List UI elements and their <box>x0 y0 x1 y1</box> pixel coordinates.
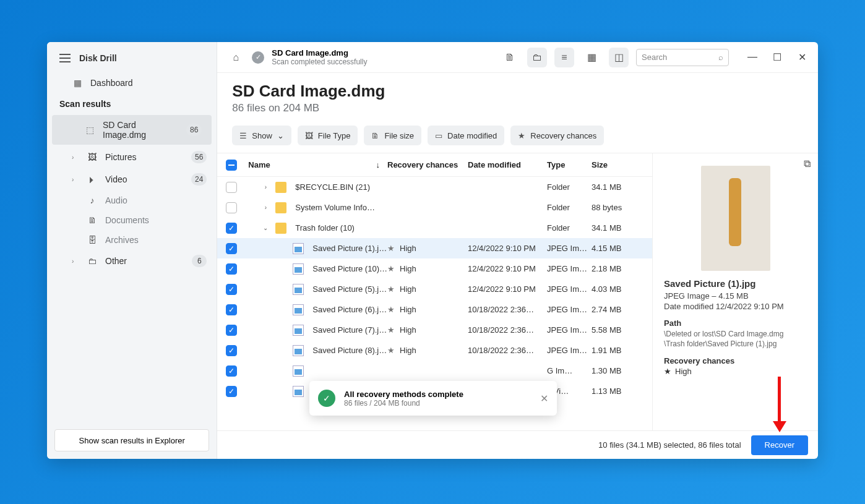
expander-icon[interactable]: › <box>260 204 270 211</box>
star-icon: ★ <box>664 367 671 376</box>
date-value: 10/18/2022 2:36… <box>468 346 547 355</box>
archive-icon: 🗄 <box>87 235 98 245</box>
page-subtitle: 86 files on 204 MB <box>232 102 803 114</box>
row-checkbox[interactable]: ✓ <box>226 345 237 356</box>
sidebar-header: Disk Drill <box>47 42 217 73</box>
sliders-icon: ☰ <box>239 131 247 140</box>
filter-show[interactable]: ☰Show⌄ <box>232 126 291 145</box>
column-name[interactable]: Name↓ <box>246 160 387 169</box>
toast-close-icon[interactable]: ✕ <box>540 393 548 404</box>
table-row[interactable]: ›$RECYCLE.BIN (21)Folder34.1 MB <box>217 177 652 197</box>
column-date[interactable]: Date modified <box>468 160 547 169</box>
document-icon: 🗎 <box>371 131 379 140</box>
sidebar-dashboard[interactable]: ▦ Dashboard <box>47 73 217 93</box>
expander-icon[interactable]: › <box>260 184 270 190</box>
sidebar-item-video[interactable]: ›⏵Video24 <box>47 168 217 190</box>
toast-notification: ✓ All recovery methods complete 86 files… <box>309 381 557 416</box>
grid-icon: ▦ <box>72 78 83 88</box>
recovery-value: High <box>400 346 416 355</box>
list-view-icon[interactable]: ≡ <box>554 48 574 67</box>
preview-pane: ⧉ Saved Picture (1).jpg JPEG Image – 4.1… <box>652 153 818 430</box>
topbar-title: SD Card Image.dmg <box>272 48 367 58</box>
close-button[interactable]: ✕ <box>796 51 808 63</box>
filter-file-size[interactable]: 🗎File size <box>364 126 421 145</box>
grid-view-icon[interactable]: ▦ <box>582 48 601 67</box>
table-row[interactable]: ✓Saved Picture (1).j…★High12/4/2022 9:10… <box>217 238 652 258</box>
type-value: JPEG Im… <box>547 325 592 335</box>
size-value: 88 bytes <box>592 203 647 212</box>
image-file-icon <box>293 345 304 356</box>
other-icon: 🗀 <box>87 256 98 266</box>
file-name: $RECYCLE.BIN (21) <box>295 182 370 192</box>
filter-bar: ☰Show⌄ 🖼File Type 🗎File size ▭Date modif… <box>217 118 818 153</box>
date-value: 12/4/2022 9:10 PM <box>468 244 547 253</box>
table-row[interactable]: ›System Volume Info…Folder88 bytes <box>217 197 652 218</box>
filter-date-modified[interactable]: ▭Date modified <box>428 126 504 145</box>
chevron-icon: › <box>72 176 79 183</box>
size-value: 4.15 MB <box>592 244 647 253</box>
folder-icon <box>275 202 286 213</box>
sidebar-item-label: Other <box>105 256 184 266</box>
table-row[interactable]: ✓Saved Picture (8).j…★High10/18/2022 2:3… <box>217 340 652 361</box>
table-row[interactable]: ✓Saved Picture (6).j…★High10/18/2022 2:3… <box>217 299 652 320</box>
column-size[interactable]: Size <box>592 160 647 169</box>
preview-rc-value: High <box>675 367 692 376</box>
row-checkbox[interactable]: ✓ <box>226 243 237 254</box>
panel-toggle-icon[interactable]: ◫ <box>609 48 629 67</box>
sidebar-item-other[interactable]: ›🗀Other6 <box>47 250 217 272</box>
row-checkbox[interactable]: ✓ <box>226 223 237 234</box>
sidebar-item-archives[interactable]: 🗄Archives <box>47 230 217 250</box>
row-checkbox[interactable]: ✓ <box>226 325 237 336</box>
table-row[interactable]: ✓Saved Picture (5).j…★High12/4/2022 9:10… <box>217 279 652 299</box>
column-recovery[interactable]: Recovery chances <box>387 160 468 169</box>
table-row[interactable]: ✓Saved Picture (10)…★High12/4/2022 9:10 … <box>217 258 652 279</box>
table-row[interactable]: ✓G Im…1.30 MB <box>217 361 652 381</box>
menu-icon[interactable] <box>59 54 71 62</box>
show-in-explorer-button[interactable]: Show scan results in Explorer <box>54 429 209 451</box>
sidebar-item-pictures[interactable]: ›🖼Pictures56 <box>47 146 217 168</box>
star-icon: ★ <box>387 325 395 335</box>
row-checkbox[interactable]: ✓ <box>226 365 237 377</box>
size-value: 1.13 MB <box>592 387 647 396</box>
row-checkbox[interactable] <box>226 202 237 213</box>
star-icon: ★ <box>387 264 395 273</box>
recovery-value: High <box>400 264 416 273</box>
type-value: Folder <box>547 203 592 212</box>
success-check-icon: ✓ <box>318 390 335 407</box>
star-icon: ★ <box>387 346 395 355</box>
preview-rc-label: Recovery chances <box>664 356 807 365</box>
maximize-button[interactable]: ☐ <box>771 51 783 63</box>
file-name: Saved Picture (1).j… <box>312 244 387 253</box>
image-file-icon <box>293 365 304 377</box>
minimize-button[interactable]: ― <box>746 51 759 63</box>
size-value: 34.1 MB <box>592 223 647 233</box>
row-checkbox[interactable]: ✓ <box>226 284 237 295</box>
filter-file-type[interactable]: 🖼File Type <box>298 126 358 145</box>
sidebar-item-documents[interactable]: 🗎Documents <box>47 210 217 230</box>
row-checkbox[interactable] <box>226 182 237 193</box>
folder-icon[interactable]: 🗀 <box>527 48 547 67</box>
recover-button[interactable]: Recover <box>751 435 808 455</box>
row-checkbox[interactable]: ✓ <box>226 304 237 315</box>
search-input[interactable]: Search ⌕ <box>636 49 729 66</box>
folder-icon <box>275 182 286 193</box>
popout-icon[interactable]: ⧉ <box>804 158 811 169</box>
selection-status: 10 files (34.1 MB) selected, 86 files to… <box>598 440 741 450</box>
calendar-icon: ▭ <box>435 131 442 140</box>
filter-recovery-chances[interactable]: ★Recovery chances <box>510 126 604 145</box>
home-icon[interactable]: ⌂ <box>227 49 244 66</box>
sidebar-item-sd-card-image-dmg[interactable]: ⬚SD Card Image.dmg86 <box>52 115 212 145</box>
expander-icon[interactable]: ⌄ <box>260 224 270 231</box>
row-checkbox[interactable]: ✓ <box>226 386 237 397</box>
search-placeholder: Search <box>642 53 667 62</box>
table-row[interactable]: ✓Saved Picture (7).j…★High10/18/2022 2:3… <box>217 320 652 340</box>
sidebar-item-audio[interactable]: ♪Audio <box>47 190 217 210</box>
folder-icon <box>275 223 286 234</box>
audio-icon: ♪ <box>87 195 98 205</box>
footer-bar: 10 files (34.1 MB) selected, 86 files to… <box>217 430 818 459</box>
table-row[interactable]: ✓⌄Trash folder (10)Folder34.1 MB <box>217 218 652 238</box>
file-icon[interactable]: 🗎 <box>500 48 520 67</box>
select-all-checkbox[interactable] <box>226 160 237 171</box>
column-type[interactable]: Type <box>547 160 592 169</box>
row-checkbox[interactable]: ✓ <box>226 263 237 275</box>
